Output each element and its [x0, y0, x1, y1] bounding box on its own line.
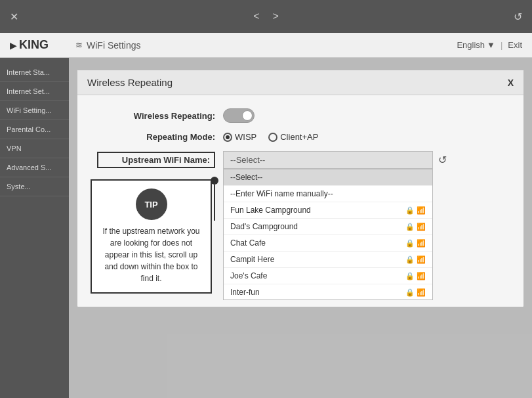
lock-icon-6: 🔒: [405, 272, 415, 280]
modal-title: Wireless Repeating: [87, 77, 173, 88]
browser-close-button[interactable]: ✕: [10, 11, 18, 23]
form-section: Wireless Repeating: Repeating Mode: WISP: [77, 95, 523, 182]
top-bar: ▶ KING ≋ WiFi Settings English ▼ | Exit: [0, 33, 532, 58]
dropdown-item-5-icons: 🔒 📶: [405, 255, 426, 264]
dropdown-item-6[interactable]: Joe's Cafe 🔒 📶: [224, 268, 432, 284]
wifi-icon-3: 📶: [417, 223, 426, 231]
sidebar-item-advanced[interactable]: Advanced S...: [0, 158, 69, 177]
dropdown-item-label-3: Dad's Campground: [230, 222, 298, 231]
browser-refresh-button[interactable]: ↺: [514, 11, 522, 23]
dropdown-item-label-4: Chat Cafe: [230, 238, 266, 248]
modal-close-button[interactable]: X: [508, 77, 514, 88]
modal-header: Wireless Repeating X: [77, 70, 523, 95]
browser-navigation: < >: [253, 11, 279, 22]
wireless-repeating-row: Wireless Repeating:: [97, 108, 504, 123]
sidebar-item-parental-controls[interactable]: Parental Co...: [0, 120, 69, 139]
main-content: Wireless Repeating X Wireless Repeating:…: [69, 58, 532, 398]
lang-arrow-icon: ▼: [487, 40, 495, 50]
sidebar-item-vpn[interactable]: VPN: [0, 139, 69, 158]
dropdown-item-6-icons: 🔒 📶: [405, 272, 426, 280]
dropdown-item-label-1: --Enter WiFi name manually--: [230, 189, 333, 198]
upstream-wifi-dropdown-list[interactable]: --Select-- --Enter WiFi name manually-- …: [223, 169, 433, 300]
language-label: English: [457, 40, 485, 50]
tip-circle-text: TIP: [144, 200, 157, 210]
wireless-repeating-toggle[interactable]: [223, 108, 255, 123]
dropdown-item-5[interactable]: Campit Here 🔒 📶: [224, 252, 432, 268]
tip-box: TIP If the upstream network you are look…: [91, 179, 212, 294]
dropdown-item-label-0: --Select--: [230, 173, 262, 182]
page-title: WiFi Settings: [87, 40, 140, 51]
exit-link[interactable]: Exit: [508, 40, 522, 50]
top-bar-right: English ▼ | Exit: [457, 40, 522, 50]
app-area: ▶ KING ≋ WiFi Settings English ▼ | Exit …: [0, 33, 532, 398]
wisp-radio-label: WISP: [235, 132, 256, 142]
dropdown-item-0[interactable]: --Select--: [224, 169, 432, 186]
wifi-icon-6: 📶: [417, 272, 426, 280]
dropdown-item-2[interactable]: Fun Lake Campground 🔒 📶: [224, 202, 432, 219]
refresh-wifi-button[interactable]: ↺: [438, 154, 447, 166]
client-ap-radio-option[interactable]: Client+AP: [268, 132, 318, 142]
dropdown-item-1[interactable]: --Enter WiFi name manually--: [224, 186, 432, 202]
page-title-area: ≋ WiFi Settings: [75, 40, 140, 51]
wisp-radio-circle: [223, 133, 232, 142]
wifi-icon-5: 📶: [417, 255, 426, 264]
dropdown-item-label-5: Campit Here: [230, 255, 274, 264]
dropdown-item-label-2: Fun Lake Campground: [230, 206, 311, 215]
lock-icon-4: 🔒: [405, 239, 415, 248]
upstream-wifi-label: Upstream WiFi Name:: [97, 152, 215, 168]
wifi-icon-4: 📶: [417, 239, 426, 248]
lock-icon-7: 🔒: [405, 288, 415, 297]
logo-arrow-icon: ▶: [10, 40, 17, 51]
browser-forward-button[interactable]: >: [273, 11, 279, 22]
pointer-vertical-line: [214, 185, 215, 221]
wifi-icon: ≋: [75, 40, 83, 50]
sidebar: Internet Sta... Internet Set... WiFi Set…: [0, 58, 69, 398]
client-ap-radio-label: Client+AP: [280, 132, 318, 142]
language-dropdown[interactable]: English ▼: [457, 40, 495, 50]
dropdown-item-3-icons: 🔒 📶: [405, 223, 426, 231]
dropdown-selected-text: --Select--: [230, 155, 265, 165]
dropdown-item-4-icons: 🔒 📶: [405, 239, 426, 248]
sidebar-item-internet-status[interactable]: Internet Sta...: [0, 63, 69, 82]
wireless-repeating-label: Wireless Repeating:: [97, 111, 215, 121]
dropdown-item-3[interactable]: Dad's Campground 🔒 📶: [224, 219, 432, 235]
upstream-wifi-dropdown-selected[interactable]: --Select--: [223, 151, 433, 169]
dropdown-item-label-6: Joe's Cafe: [230, 271, 267, 280]
sidebar-item-wifi-settings[interactable]: WiFi Setting...: [0, 101, 69, 120]
tip-text: If the upstream network you are looking …: [100, 225, 203, 284]
wifi-icon-2: 📶: [417, 206, 426, 215]
client-ap-radio-circle: [268, 133, 277, 142]
sidebar-item-system[interactable]: Syste...: [0, 177, 69, 196]
dropdown-item-4[interactable]: Chat Cafe 🔒 📶: [224, 235, 432, 252]
repeating-mode-radio-group: WISP Client+AP: [223, 132, 318, 142]
wireless-repeating-modal: Wireless Repeating X Wireless Repeating:…: [77, 70, 524, 307]
wifi-icon-7: 📶: [417, 288, 426, 297]
wisp-radio-option[interactable]: WISP: [223, 132, 256, 142]
sidebar-item-internet-settings[interactable]: Internet Set...: [0, 82, 69, 101]
lock-icon-5: 🔒: [405, 255, 415, 264]
repeating-mode-row: Repeating Mode: WISP Client+AP: [97, 132, 504, 142]
dropdown-item-7[interactable]: Inter-fun 🔒 📶: [224, 284, 432, 300]
browser-chrome: ✕ < > ↺: [0, 0, 532, 33]
dropdown-item-7-icons: 🔒 📶: [405, 288, 426, 297]
logo-text: KING: [19, 38, 49, 52]
dropdown-item-2-icons: 🔒 📶: [405, 206, 426, 215]
pointer-dot: [211, 177, 218, 185]
logo-area: ▶ KING: [10, 38, 75, 52]
upstream-wifi-dropdown-container: --Select-- --Select-- --Enter WiFi name …: [223, 151, 433, 169]
repeating-mode-label: Repeating Mode:: [97, 132, 215, 142]
divider: |: [501, 40, 502, 50]
browser-back-button[interactable]: <: [253, 11, 259, 22]
toggle-knob: [242, 110, 253, 121]
tip-circle: TIP: [136, 188, 167, 220]
lock-icon-2: 🔒: [405, 206, 415, 215]
lock-icon-3: 🔒: [405, 223, 415, 231]
dropdown-item-label-7: Inter-fun: [230, 288, 260, 297]
upstream-wifi-row: Upstream WiFi Name: --Select-- --Select-…: [97, 151, 504, 169]
